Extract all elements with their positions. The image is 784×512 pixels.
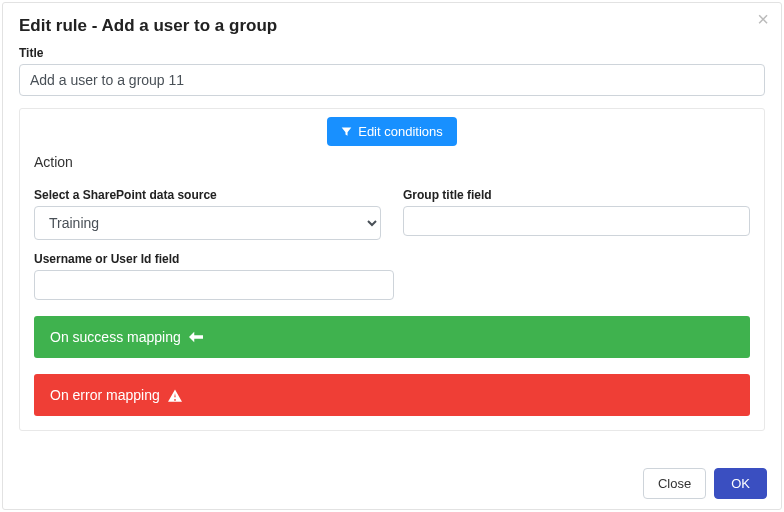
close-icon[interactable]: × — [757, 9, 769, 29]
arrow-left-icon — [189, 331, 203, 343]
close-button[interactable]: Close — [643, 468, 706, 499]
success-mapping-button[interactable]: On success mapping — [34, 316, 750, 358]
modal-footer: Close OK — [643, 468, 767, 499]
action-heading: Action — [34, 154, 750, 170]
username-label: Username or User Id field — [34, 252, 394, 266]
filter-icon — [341, 126, 352, 137]
title-input[interactable] — [19, 64, 765, 96]
modal-header: Edit rule - Add a user to a group × — [3, 3, 781, 46]
data-source-label: Select a SharePoint data source — [34, 188, 381, 202]
title-label: Title — [19, 46, 765, 60]
edit-conditions-button[interactable]: Edit conditions — [327, 117, 457, 146]
username-input[interactable] — [34, 270, 394, 300]
error-mapping-label: On error mapping — [50, 387, 160, 403]
error-mapping-button[interactable]: On error mapping — [34, 374, 750, 416]
success-mapping-label: On success mapping — [50, 329, 181, 345]
data-source-select[interactable]: Training — [34, 206, 381, 240]
action-panel: Edit conditions Action Select a SharePoi… — [19, 108, 765, 431]
ok-button[interactable]: OK — [714, 468, 767, 499]
warning-icon — [168, 389, 182, 402]
group-title-input[interactable] — [403, 206, 750, 236]
group-title-label: Group title field — [403, 188, 750, 202]
edit-conditions-label: Edit conditions — [358, 124, 443, 139]
modal-title: Edit rule - Add a user to a group — [19, 16, 765, 36]
